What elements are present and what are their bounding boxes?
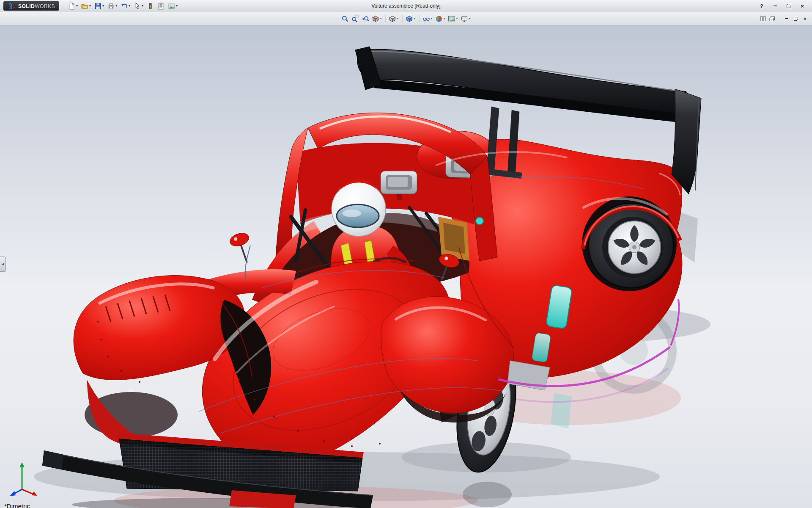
hide-show-glasses-icon <box>422 15 430 22</box>
undo-arrow-icon <box>121 3 128 10</box>
toolbar-separator <box>402 15 402 22</box>
display-style-button[interactable]: ▾ <box>404 14 417 24</box>
open-folder-icon <box>81 3 88 10</box>
display-style-icon <box>406 15 413 22</box>
rebuild-button[interactable] <box>145 1 155 11</box>
brand-name: SOLIDWORKS <box>18 2 55 10</box>
dropdown-arrow-icon[interactable]: ▾ <box>76 4 78 8</box>
help-button[interactable]: ? <box>757 2 766 10</box>
restore-button[interactable] <box>784 2 793 10</box>
doc-restore-icon <box>794 17 798 21</box>
doc-restore-button[interactable] <box>792 15 799 22</box>
collapse-arrow-icon: ◀ <box>2 262 4 266</box>
window-tile-button[interactable] <box>759 15 766 22</box>
solidworks-window: SOLIDWORKS ▾ ▾ ▾ <box>0 0 812 508</box>
restore-icon <box>787 4 791 8</box>
titlebar: SOLIDWORKS ▾ ▾ ▾ <box>0 0 812 12</box>
zoom-to-area-button[interactable] <box>350 14 360 24</box>
section-view-button[interactable]: ▾ <box>370 14 383 24</box>
dropdown-arrow-icon[interactable]: ▾ <box>414 17 415 20</box>
dropdown-arrow-icon[interactable]: ▾ <box>142 4 143 8</box>
save-floppy-icon <box>94 3 102 10</box>
select-button[interactable]: ▾ <box>132 1 145 11</box>
print-button[interactable]: ▾ <box>106 1 118 11</box>
view-settings-icon <box>461 15 468 22</box>
view-toolbar-row: ▾ ▾ ▾ <box>0 12 812 25</box>
view-orientation-cube-icon <box>389 15 396 22</box>
dropdown-arrow-icon[interactable]: ▾ <box>380 17 381 20</box>
file-properties-button[interactable] <box>156 1 166 11</box>
previous-view-button[interactable] <box>360 14 370 24</box>
featuremanager-flyout-tab[interactable]: ◀ <box>0 257 6 272</box>
dropdown-arrow-icon[interactable]: ▾ <box>456 17 458 20</box>
document-window-controls: × <box>759 12 809 25</box>
teal-accent-dot <box>476 217 483 225</box>
window-tile-icon <box>760 16 766 22</box>
section-view-icon <box>372 15 379 22</box>
cage-gusset-inner <box>443 223 465 254</box>
3ds-logo-icon <box>8 3 16 9</box>
brand-works: WORKS <box>35 3 55 9</box>
dropdown-arrow-icon[interactable]: ▾ <box>176 4 178 8</box>
doc-window-buttons: × <box>783 15 809 22</box>
dropdown-arrow-icon[interactable]: ▾ <box>129 4 130 8</box>
view-orientation-label: *Dimetric <box>4 502 30 508</box>
standard-toolbar: ▾ ▾ ▾ ▾ <box>67 1 179 11</box>
view-orientation-button[interactable]: ▾ <box>387 14 400 24</box>
select-cursor-icon <box>134 3 141 10</box>
window-cascade-button[interactable] <box>768 15 776 22</box>
window-controls: ? × <box>757 2 809 10</box>
minimize-button[interactable] <box>771 2 780 10</box>
zoom-to-fit-button[interactable] <box>340 14 350 24</box>
previous-view-icon <box>362 15 369 22</box>
save-button[interactable]: ▾ <box>93 1 105 11</box>
minimize-icon <box>774 6 777 6</box>
open-button[interactable]: ▾ <box>80 1 92 11</box>
doc-minimize-icon <box>785 18 788 19</box>
print-icon <box>107 3 115 10</box>
edit-appearance-button[interactable]: ▾ <box>434 14 447 24</box>
3d-scene[interactable] <box>0 25 812 508</box>
dropdown-arrow-icon[interactable]: ▾ <box>469 17 471 20</box>
zoom-to-area-icon <box>351 15 359 22</box>
view-toolbar: ▾ ▾ ▾ <box>340 12 472 25</box>
zoom-to-fit-icon <box>341 15 348 22</box>
toolbar-separator <box>419 15 419 22</box>
doc-close-button[interactable]: × <box>801 15 809 22</box>
brand-solid: SOLID <box>18 3 35 9</box>
window-cascade-icon <box>769 16 775 22</box>
image-button[interactable]: ▾ <box>167 1 179 11</box>
graphics-viewport[interactable]: ◀ *Dimetric <box>0 25 812 508</box>
clipboard-icon <box>157 3 165 10</box>
window-title: Voiture assemblee [Read-only] <box>371 3 440 9</box>
rebuild-traffic-light-icon <box>147 3 154 10</box>
toolbar-separator <box>385 15 385 22</box>
dropdown-arrow-icon[interactable]: ▾ <box>102 4 104 8</box>
orientation-triad <box>8 461 38 497</box>
apply-scene-icon <box>448 15 455 22</box>
new-document-icon <box>68 3 75 10</box>
doc-minimize-button[interactable] <box>783 15 790 22</box>
dropdown-arrow-icon[interactable]: ▾ <box>89 4 91 8</box>
solidworks-logo: SOLIDWORKS <box>3 1 59 11</box>
close-button[interactable]: × <box>798 2 807 10</box>
undo-button[interactable]: ▾ <box>119 1 132 11</box>
image-icon <box>168 3 175 10</box>
apply-scene-button[interactable]: ▾ <box>447 14 459 24</box>
hide-show-items-button[interactable]: ▾ <box>421 14 433 24</box>
dropdown-arrow-icon[interactable]: ▾ <box>115 4 117 8</box>
dropdown-arrow-icon[interactable]: ▾ <box>397 17 398 20</box>
view-settings-button[interactable]: ▾ <box>460 14 472 24</box>
dropdown-arrow-icon[interactable]: ▾ <box>431 17 432 20</box>
new-document-button[interactable]: ▾ <box>67 1 79 11</box>
dropdown-arrow-icon[interactable]: ▾ <box>444 17 445 20</box>
appearance-ball-icon <box>436 15 443 22</box>
